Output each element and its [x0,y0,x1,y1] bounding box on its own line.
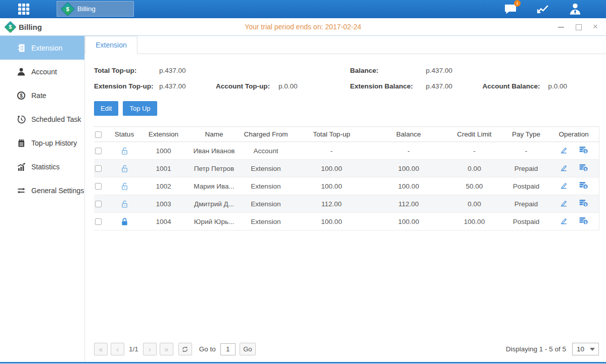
window-title-bar: $ Billing Your trial period ends on: 201… [0,18,606,36]
status-lock-icon[interactable] [120,164,129,172]
extension-book-icon [17,43,26,53]
cell-extension: 1000 [139,142,188,160]
column-header-pay-type: Pay Type [503,127,549,142]
row-checkbox[interactable] [95,218,102,225]
column-header-extension: Extension [139,127,188,142]
svg-text:$: $ [20,93,23,98]
row-checkbox[interactable] [95,148,102,154]
sidebar-item-topup-history[interactable]: Top-up History [0,131,84,155]
cell-total-topup: 100.00 [291,160,372,177]
sidebar-item-label: Account [31,68,57,76]
svg-text:$: $ [584,167,586,171]
cell-pay-type: Prepaid [503,160,549,177]
cell-extension: 1001 [139,160,188,177]
sidebar-item-extension[interactable]: Extension [0,36,84,60]
top-up-row-icon[interactable]: $ [579,163,588,173]
edit-row-icon[interactable] [560,216,568,226]
status-lock-icon[interactable] [120,217,129,225]
select-all-checkbox[interactable] [95,131,102,138]
top-up-row-icon[interactable]: $ [579,216,588,226]
dollar-circle-icon: $ [17,91,26,100]
column-header-status: Status [109,127,139,142]
apps-grid-icon[interactable] [18,4,29,15]
cell-pay-type: Postpaid [503,177,549,195]
refresh-button[interactable] [178,343,192,355]
bar-chart-icon [17,162,26,171]
total-topup-label: Total Top-up: [94,63,159,78]
main-content: Extension Total Top-up: p.437.00 Extensi… [85,36,606,362]
trial-notice: Your trial period ends on: 2017-02-24 [0,23,606,31]
edit-row-icon[interactable] [560,163,568,173]
top-up-row-icon[interactable]: $ [579,199,588,209]
next-page-button[interactable]: › [143,343,157,355]
last-page-button[interactable]: » [160,343,173,355]
cell-pay-type: Postpaid [503,213,549,231]
cell-charged-from: Extension [241,195,291,213]
cell-charged-from: Extension [241,177,291,195]
edit-row-icon[interactable] [560,199,568,209]
extensions-table: Status Extension Name Charged From Total… [94,126,599,231]
cell-name: Иван Иванов [188,142,241,160]
sidebar-item-scheduled-task[interactable]: Scheduled Task [0,107,84,131]
cell-extension: 1003 [139,195,188,213]
table-row: 1003 Дмитрий Д... Extension 112.00 112.0… [94,195,599,213]
cell-name: Юрий Юрь... [188,213,241,231]
close-icon[interactable]: × [592,23,599,30]
page-indicator: 1/1 [129,345,138,353]
account-topup-value: p.0.00 [278,78,298,94]
prev-page-button[interactable]: ‹ [111,343,124,355]
cell-pay-type: Prepaid [503,195,549,213]
cell-total-topup: 100.00 [291,213,372,231]
chart-icon[interactable] [536,3,549,15]
cell-extension: 1002 [139,177,188,195]
cell-extension: 1004 [139,213,188,231]
clock-history-icon [17,115,26,124]
billing-diamond-icon: $ [61,2,75,16]
minimize-icon[interactable] [557,23,565,30]
row-checkbox[interactable] [95,183,102,190]
page-size-select[interactable]: 10 [572,343,599,355]
row-checkbox[interactable] [95,201,102,207]
edit-button[interactable]: Edit [94,101,118,116]
sidebar-item-account[interactable]: Account [0,60,84,83]
sidebar-item-statistics[interactable]: Statistics [0,155,84,178]
svg-text:$: $ [584,203,586,207]
table-row: 1002 Мария Ива... Extension 100.00 100.0… [94,177,599,195]
status-lock-icon[interactable] [120,147,129,154]
edit-row-icon[interactable] [560,181,568,191]
cell-balance: 112.00 [372,195,445,213]
displaying-text: Displaying 1 - 5 of 5 [506,345,566,353]
tab-extension[interactable]: Extension [85,36,137,54]
sidebar-item-general-settings[interactable]: General Settings [0,178,84,202]
top-up-button[interactable]: Top Up [123,101,157,116]
top-up-row-icon[interactable]: $ [579,181,588,191]
arrows-exchange-icon [17,186,26,195]
cell-name: Дмитрий Д... [188,195,241,213]
status-lock-icon[interactable] [120,182,129,190]
top-bar: $ Billing ! [0,0,606,18]
svg-text:$: $ [584,150,586,154]
first-page-button[interactable]: « [94,343,108,355]
goto-page-input[interactable] [220,343,236,355]
sidebar-item-rate[interactable]: $ Rate [0,83,84,107]
status-lock-icon[interactable] [120,200,129,207]
taskbar-tab-billing[interactable]: $ Billing [57,1,134,17]
table-row: 1000 Иван Иванов Account - - - - [94,142,599,160]
cell-charged-from: Extension [241,160,291,177]
row-checkbox[interactable] [95,165,102,172]
cell-credit-limit: 50.00 [445,177,503,195]
cell-balance: 100.00 [372,177,445,195]
cell-credit-limit: 100.00 [445,213,503,231]
edit-row-icon[interactable] [560,146,568,156]
cell-credit-limit: 0.00 [445,195,503,213]
cell-name: Мария Ива... [188,177,241,195]
total-topup-value: p.437.00 [159,63,186,78]
user-icon[interactable] [569,3,582,15]
maximize-icon[interactable] [575,23,582,30]
top-up-row-icon[interactable]: $ [579,146,588,156]
sidebar-item-label: General Settings [31,187,84,195]
chat-icon[interactable]: ! [504,3,517,15]
billing-diamond-icon: $ [4,21,16,33]
svg-text:$: $ [584,220,586,224]
go-button[interactable]: Go [240,343,256,355]
